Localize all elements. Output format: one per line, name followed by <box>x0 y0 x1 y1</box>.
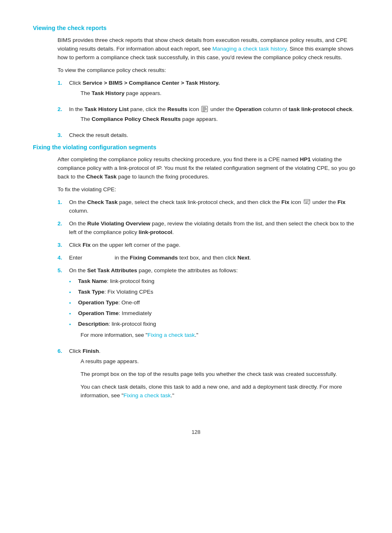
svg-rect-3 <box>203 109 207 110</box>
step-number-2: 2. <box>58 105 69 114</box>
step-number-3: 3. <box>58 131 69 140</box>
fix-step-3-content: Click Fix on the upper left corner of th… <box>69 241 359 250</box>
task-link-protocol-bold: task link-protocol check <box>289 106 353 112</box>
fix-step-3-text: Click Fix on the upper left corner of th… <box>69 242 180 248</box>
fix-upper-bold: Fix <box>83 242 91 248</box>
link-protocol-bold: link-protocol <box>139 229 173 235</box>
fixing-step-1: 1. On the Check Task page, select the ch… <box>58 198 359 216</box>
attr-task-type: ● Task Type: Fix Violating CPEs <box>69 288 359 297</box>
fix-step-4-content: Enter in the Fixing Commands text box, a… <box>69 254 359 262</box>
section-viewing-content: BIMS provides three check reports that s… <box>58 36 359 140</box>
fix-step-number-5: 5. <box>58 266 69 275</box>
attr-description: ● Description: link-protocol fixing <box>69 320 359 329</box>
attr-task-name: ● Task Name: link-protocol fixing <box>69 277 359 286</box>
next-bold: Next <box>238 255 249 261</box>
fixing-check-task-link-2[interactable]: Fixing a check task <box>124 392 171 399</box>
step-number-1: 1. <box>58 79 69 88</box>
section-viewing-check-reports: Viewing the check reports BIMS provides … <box>33 25 359 140</box>
attributes-list: ● Task Name: link-protocol fixing ● Task… <box>69 277 359 329</box>
fix-step-1-text: On the Check Task page, select the check… <box>69 199 346 214</box>
task-type-label: Task Type <box>78 289 104 295</box>
finish-bold: Finish <box>83 348 99 354</box>
fixing-steps-list: 1. On the Check Task page, select the ch… <box>58 198 359 404</box>
fixing-intro: After completing the compliance policy r… <box>58 155 359 181</box>
bullet-dot-2: ● <box>69 290 76 295</box>
svg-rect-1 <box>203 107 206 108</box>
step-3-content: Check the result details. <box>69 131 359 140</box>
managing-check-task-link[interactable]: Managing a check task history <box>212 46 287 52</box>
results-page-text: A results page appears. <box>81 357 359 366</box>
fix-step-1-content: On the Check Task page, select the check… <box>69 198 359 216</box>
description-label: Description <box>78 321 108 327</box>
fix-step-4-text: Enter in the Fixing Commands text box, a… <box>69 255 251 261</box>
section-viewing-intro: BIMS provides three check reports that s… <box>58 36 359 62</box>
task-history-bold: Task History <box>92 90 125 96</box>
attr-task-name-content: Task Name: link-protocol fixing <box>78 277 359 286</box>
fix-step-6-sub: A results page appears. The prompt box o… <box>81 357 359 400</box>
results-icon <box>201 106 208 112</box>
svg-rect-4 <box>203 111 205 111</box>
fix-step-number-6: 6. <box>58 347 69 356</box>
pre-list-text-2: To fix the violating CPE: <box>58 185 359 194</box>
viewing-steps-list: 1. Click Service > BIMS > Compliance Cen… <box>58 79 359 140</box>
step-1-text: Click Service > BIMS > Compliance Center… <box>69 80 220 86</box>
fix-step-number-2: 2. <box>58 220 69 228</box>
attr-description-content: Description: link-protocol fixing <box>78 320 359 329</box>
check-task-bold: Check Task <box>86 174 117 180</box>
pre-list-text-1: To view the compliance policy check resu… <box>58 66 359 75</box>
rule-violating-bold: Rule Violating Overview <box>87 220 150 227</box>
fixing-step-4: 4. Enter in the Fixing Commands text box… <box>58 254 359 262</box>
fix-step-number-1: 1. <box>58 198 69 207</box>
operation-time-label: Operation Time <box>78 310 119 316</box>
fixing-check-task-link-1[interactable]: Fixing a check task <box>148 332 195 338</box>
attr-operation-time: ● Operation Time: Immediately <box>69 309 359 318</box>
section-title-viewing: Viewing the check reports <box>33 25 359 31</box>
fix-step-2-content: On the Rule Violating Overview page, rev… <box>69 220 359 237</box>
viewing-step-1: 1. Click Service > BIMS > Compliance Cen… <box>58 79 359 101</box>
viewing-step-2: 2. In the Task History List pane, click … <box>58 105 359 127</box>
svg-rect-2 <box>203 108 207 109</box>
task-name-label: Task Name <box>78 278 107 284</box>
bullet-dot-5: ● <box>69 322 76 327</box>
section-title-fixing: Fixing the violating configuration segme… <box>33 144 359 151</box>
step-1-content: Click Service > BIMS > Compliance Center… <box>69 79 359 101</box>
page-number: 128 <box>33 429 359 435</box>
operation-bold: Operation <box>235 106 262 112</box>
set-task-attr-bold: Set Task Attributes <box>87 267 137 273</box>
fix-step-number-3: 3. <box>58 241 69 250</box>
fix-step-5-content: On the Set Task Attributes page, complet… <box>69 266 359 343</box>
fixing-intro-text-3: page to launch the fixing procedures. <box>117 174 209 180</box>
fix-step-number-4: 4. <box>58 254 69 262</box>
fixing-step-5: 5. On the Set Task Attributes page, comp… <box>58 266 359 343</box>
check-task-page-bold: Check Task <box>87 199 118 205</box>
task-history-list-bold: Task History List <box>85 106 129 112</box>
prompt-box-text: The prompt box on the top of the results… <box>81 370 359 379</box>
fixing-commands-bold: Fixing Commands <box>130 255 178 261</box>
section-fixing-config: Fixing the violating configuration segme… <box>33 144 359 404</box>
bullet-dot-4: ● <box>69 311 76 316</box>
fixing-step-2: 2. On the Rule Violating Overview page, … <box>58 220 359 237</box>
step-3-text: Check the result details. <box>69 132 128 138</box>
attr-operation-type: ● Operation Type: One-off <box>69 299 359 307</box>
fix-bold: Fix <box>281 199 290 205</box>
bullet-dot-3: ● <box>69 301 76 306</box>
attr-operation-time-content: Operation Time: Immediately <box>78 309 359 318</box>
step-1-sub: The Task History page appears. <box>81 89 359 98</box>
more-info-text: You can check task details, clone this t… <box>81 383 359 400</box>
fix-step-2-text: On the Rule Violating Overview page, rev… <box>69 220 354 235</box>
compliance-policy-bold: Compliance Policy Check Results <box>92 116 181 122</box>
fixing-intro-text-1: After completing the compliance policy r… <box>58 156 300 162</box>
fix-step-5-more-info: For more information, see "Fixing a chec… <box>81 331 359 340</box>
results-bold: Results <box>167 106 187 112</box>
fix-column-bold: Fix <box>337 199 346 205</box>
fix-step-6-content: Click Finish. A results page appears. Th… <box>69 347 359 404</box>
viewing-step-3: 3. Check the result details. <box>58 131 359 140</box>
step-2-sub: The Compliance Policy Check Results page… <box>81 115 359 124</box>
bullet-dot-1: ● <box>69 279 76 284</box>
attr-task-type-content: Task Type: Fix Violating CPEs <box>78 288 359 297</box>
step-2-text: In the Task History List pane, click the… <box>69 106 354 112</box>
fix-step-6-text: Click Finish. <box>69 348 101 354</box>
hp1-bold: HP1 <box>300 156 311 162</box>
attr-operation-type-content: Operation Type: One-off <box>78 299 359 307</box>
step-2-content: In the Task History List pane, click the… <box>69 105 359 127</box>
